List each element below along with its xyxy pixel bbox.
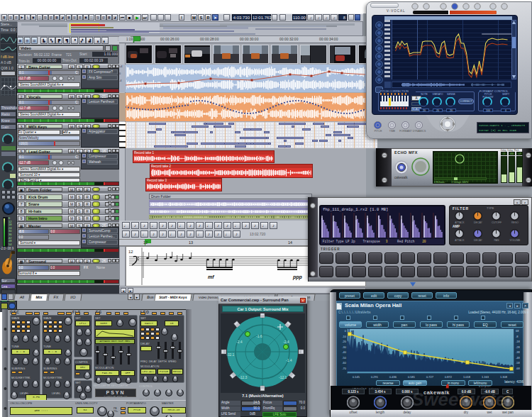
svg-text:12: 12	[128, 250, 133, 254]
svg-text:-32.1: -32.1	[226, 352, 235, 357]
svg-text:-2.4: -2.4	[283, 340, 289, 344]
svg-text:mf: mf	[208, 274, 214, 279]
svg-text:ppp: ppp	[292, 274, 303, 280]
svg-text:-12.3: -12.3	[239, 375, 248, 379]
svg-text:-2.4: -2.4	[236, 340, 243, 344]
svg-text:-1.4: -1.4	[286, 358, 292, 362]
svg-text:-12.1: -12.1	[279, 375, 287, 379]
svg-text:-1.6: -1.6	[256, 334, 262, 338]
